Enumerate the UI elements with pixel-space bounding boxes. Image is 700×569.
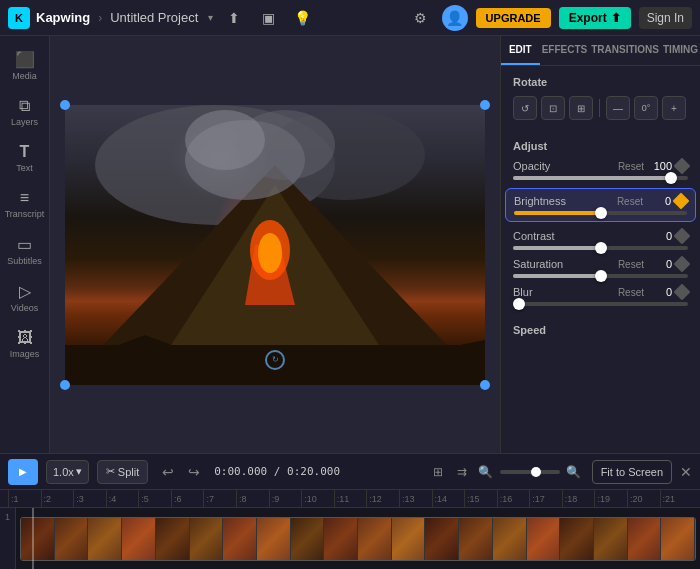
user-icon[interactable]: 👤 bbox=[442, 5, 468, 31]
handle-bottom-right[interactable] bbox=[480, 380, 490, 390]
speed-chevron-icon: ▾ bbox=[76, 465, 82, 478]
contrast-track[interactable] bbox=[513, 246, 688, 250]
opacity-track[interactable] bbox=[513, 176, 688, 180]
zoom-out-icon[interactable]: 🔍 bbox=[476, 462, 496, 482]
sidebar-item-images[interactable]: 🖼 Images bbox=[3, 323, 47, 365]
tab-transitions[interactable]: TRANSITIONS bbox=[589, 36, 661, 65]
left-sidebar: ⬛ Media ⧉ Layers T Text ≡ Transcript ▭ S… bbox=[0, 36, 50, 453]
settings-icon[interactable]: ⚙ bbox=[408, 5, 434, 31]
saturation-value: 0 bbox=[648, 258, 672, 270]
brightness-right: Reset 0 bbox=[617, 195, 687, 207]
ruler-mark: :19 bbox=[594, 490, 627, 508]
ruler-mark: :5 bbox=[138, 490, 171, 508]
speed-section: Speed bbox=[501, 324, 700, 352]
clip-frame bbox=[594, 518, 628, 560]
lightbulb-icon[interactable]: 💡 bbox=[289, 5, 315, 31]
clip-frame bbox=[560, 518, 594, 560]
track-clip[interactable] bbox=[20, 517, 696, 561]
share-icon[interactable]: ⬆ bbox=[221, 5, 247, 31]
project-name[interactable]: Untitled Project bbox=[110, 10, 198, 25]
sidebar-item-transcript[interactable]: ≡ Transcript bbox=[3, 183, 47, 225]
signin-button[interactable]: Sign In bbox=[639, 7, 692, 29]
transcript-icon: ≡ bbox=[20, 189, 29, 207]
saturation-keyframe-button[interactable] bbox=[674, 256, 691, 273]
angle-display: 0° bbox=[634, 96, 658, 120]
plus-button[interactable]: + bbox=[662, 96, 686, 120]
clip-frame bbox=[661, 518, 695, 560]
video-canvas[interactable]: ↻ bbox=[65, 105, 485, 385]
opacity-reset[interactable]: Reset bbox=[618, 161, 644, 172]
ruler-mark: :16 bbox=[497, 490, 530, 508]
tab-timing[interactable]: TIMING bbox=[661, 36, 700, 65]
redo-button[interactable]: ↪ bbox=[182, 460, 206, 484]
saturation-fill bbox=[513, 274, 601, 278]
position-icon: ↻ bbox=[265, 350, 285, 370]
zoom-track[interactable] bbox=[500, 470, 560, 474]
right-panel: EDIT EFFECTS TRANSITIONS TIMING Rotate ↺… bbox=[500, 36, 700, 453]
brightness-track[interactable] bbox=[514, 211, 687, 215]
tab-effects[interactable]: EFFECTS bbox=[540, 36, 590, 65]
images-icon: 🖼 bbox=[17, 329, 33, 347]
volcano-svg bbox=[65, 105, 485, 385]
clip-frame bbox=[55, 518, 89, 560]
zoom-in-icon[interactable]: 🔍 bbox=[564, 462, 584, 482]
clip-frame bbox=[291, 518, 325, 560]
timeline-content: 1 bbox=[0, 508, 700, 569]
rotate-ccw-button[interactable]: ↺ bbox=[513, 96, 537, 120]
timeline: :1:2:3:4:5:6:7:8:9:10:11:12:13:14:15:16:… bbox=[0, 489, 700, 569]
blur-track[interactable] bbox=[513, 302, 688, 306]
blur-reset[interactable]: Reset bbox=[618, 287, 644, 298]
play-button[interactable]: ▶ bbox=[8, 459, 38, 485]
main-area: ⬛ Media ⧉ Layers T Text ≡ Transcript ▭ S… bbox=[0, 36, 700, 453]
saturation-track[interactable] bbox=[513, 274, 688, 278]
handle-top-left[interactable] bbox=[60, 100, 70, 110]
tab-edit[interactable]: EDIT bbox=[501, 36, 540, 65]
flip-v-button[interactable]: ⊞ bbox=[569, 96, 593, 120]
clip-frame bbox=[527, 518, 561, 560]
ruler-mark: :4 bbox=[106, 490, 139, 508]
sidebar-item-text[interactable]: T Text bbox=[3, 137, 47, 179]
sidebar-item-layers[interactable]: ⧉ Layers bbox=[3, 91, 47, 133]
speed-selector[interactable]: 1.0x ▾ bbox=[46, 460, 89, 484]
timeline-zoom-controls: ⊞ ⇉ 🔍 🔍 bbox=[428, 462, 584, 482]
project-chevron-icon[interactable]: ▾ bbox=[208, 12, 213, 23]
saturation-thumb[interactable] bbox=[595, 270, 607, 282]
flip-h-button[interactable]: ⊡ bbox=[541, 96, 565, 120]
device-icon[interactable]: ▣ bbox=[255, 5, 281, 31]
sidebar-item-videos[interactable]: ▷ Videos bbox=[3, 276, 47, 319]
export-button[interactable]: Export⬆ bbox=[559, 7, 631, 29]
brightness-thumb[interactable] bbox=[595, 207, 607, 219]
close-timeline-button[interactable]: ✕ bbox=[680, 464, 692, 480]
upgrade-button[interactable]: UPGRADE bbox=[476, 8, 551, 28]
opacity-keyframe-button[interactable] bbox=[674, 158, 691, 175]
ruler-mark: :7 bbox=[203, 490, 236, 508]
arrow-left-icon[interactable]: ⇉ bbox=[452, 462, 472, 482]
brightness-keyframe-button[interactable] bbox=[673, 193, 690, 210]
opacity-thumb[interactable] bbox=[665, 172, 677, 184]
saturation-reset[interactable]: Reset bbox=[618, 259, 644, 270]
subtitles-icon: ▭ bbox=[17, 235, 32, 254]
contrast-thumb[interactable] bbox=[595, 242, 607, 254]
blur-keyframe-button[interactable] bbox=[674, 284, 691, 301]
text-icon: T bbox=[20, 143, 30, 161]
ruler-mark: :10 bbox=[301, 490, 334, 508]
zoom-thumb[interactable] bbox=[531, 467, 541, 477]
contrast-keyframe-button[interactable] bbox=[674, 228, 691, 245]
sidebar-item-media[interactable]: ⬛ Media bbox=[3, 44, 47, 87]
saturation-label: Saturation bbox=[513, 258, 563, 270]
handle-bottom-left[interactable] bbox=[60, 380, 70, 390]
split-button[interactable]: ✂ Split bbox=[97, 460, 148, 484]
blur-thumb[interactable] bbox=[513, 298, 525, 310]
minus-button[interactable]: — bbox=[606, 96, 630, 120]
ruler-mark: :1 bbox=[8, 490, 41, 508]
sidebar-item-subtitles[interactable]: ▭ Subtitles bbox=[3, 229, 47, 272]
zoom-fit-icon[interactable]: ⊞ bbox=[428, 462, 448, 482]
clip-frame bbox=[392, 518, 426, 560]
fit-screen-button[interactable]: Fit to Screen bbox=[592, 460, 672, 484]
undo-button[interactable]: ↩ bbox=[156, 460, 180, 484]
saturation-right: Reset 0 bbox=[618, 258, 688, 270]
brightness-reset[interactable]: Reset bbox=[617, 196, 643, 207]
ruler-mark: :9 bbox=[269, 490, 302, 508]
timeline-track[interactable] bbox=[16, 508, 700, 569]
handle-top-right[interactable] bbox=[480, 100, 490, 110]
